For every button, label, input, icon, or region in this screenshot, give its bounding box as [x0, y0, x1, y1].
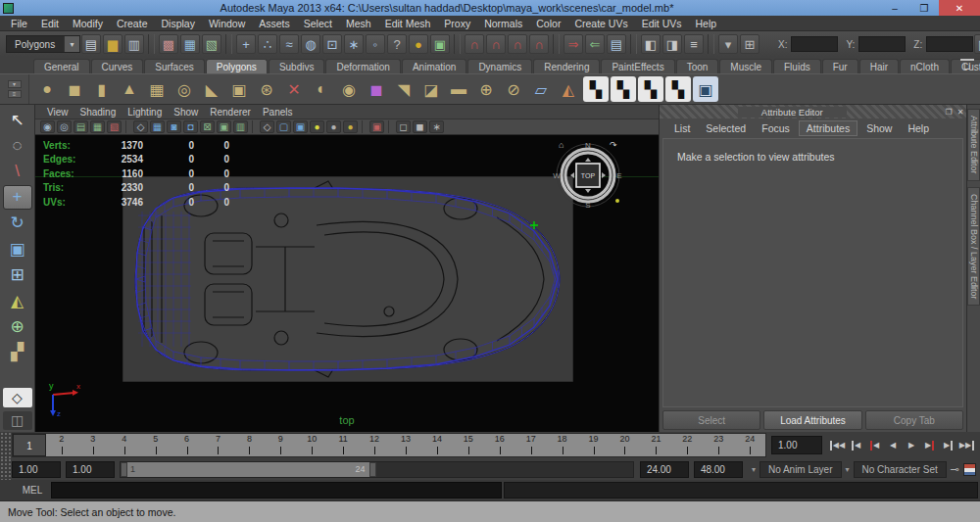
- panel-menu-view[interactable]: View: [41, 107, 74, 118]
- snap-to-curves-icon[interactable]: ∩: [486, 34, 506, 54]
- combine-icon[interactable]: ✕: [281, 76, 307, 102]
- frame-16[interactable]: 16: [484, 434, 515, 456]
- checker-sphere-icon[interactable]: ▚: [638, 76, 663, 102]
- select-misc-mask-icon[interactable]: ?: [387, 34, 407, 54]
- highlight-selection-icon[interactable]: ▣: [430, 34, 450, 54]
- poly-plane-icon[interactable]: ▦: [144, 76, 170, 102]
- shelf-tab-animation[interactable]: Animation: [402, 59, 466, 73]
- wireframe-mode-icon[interactable]: ◇: [133, 120, 148, 133]
- play-forwards-button[interactable]: ▶: [903, 436, 920, 455]
- ambient-occlusion-icon[interactable]: ●: [326, 120, 341, 133]
- chevron-down-icon[interactable]: ▾: [752, 465, 756, 474]
- paint-select-tool[interactable]: \: [3, 160, 32, 183]
- extrude-icon[interactable]: ◥: [391, 76, 416, 102]
- shelf-tab-curves[interactable]: Curves: [91, 59, 144, 73]
- xray-icon[interactable]: ◻: [396, 120, 411, 133]
- shaded-mode-icon[interactable]: ▦: [150, 120, 165, 133]
- resolution-gate-icon[interactable]: ⊠: [200, 120, 215, 133]
- poly-torus-icon[interactable]: ◎: [172, 76, 197, 102]
- frame-4[interactable]: 4: [109, 434, 140, 456]
- save-scene-icon[interactable]: ▥: [124, 34, 144, 54]
- play-backwards-button[interactable]: ◀: [884, 436, 902, 455]
- attr-menu-list[interactable]: List: [667, 121, 697, 135]
- go-to-playback-end-button[interactable]: ▶▶: [958, 436, 976, 455]
- uv-editor-icon[interactable]: ▣: [693, 76, 718, 102]
- symmetry-dropdown-icon[interactable]: ▾: [718, 34, 738, 54]
- viewport-top-view[interactable]: Verts:137000Edges:253400Faces:116000Tris…: [35, 135, 659, 432]
- anim-start-field[interactable]: 1.00: [66, 461, 115, 478]
- shaded-display-icon[interactable]: ▢: [276, 120, 291, 133]
- input-to-selected-icon[interactable]: ⇒: [564, 34, 583, 54]
- shelf-tab-fluids[interactable]: Fluids: [773, 59, 821, 73]
- subdiv-proxy-icon[interactable]: ◼: [364, 76, 389, 102]
- range-end-handle[interactable]: [369, 462, 376, 477]
- field-chart-icon[interactable]: ▥: [233, 120, 248, 133]
- select-tool[interactable]: ↖: [3, 108, 32, 131]
- frame-17[interactable]: 17: [515, 434, 547, 456]
- shelf-tab-fur[interactable]: Fur: [822, 59, 858, 73]
- frame-20[interactable]: 20: [610, 434, 641, 456]
- trash-icon[interactable]: ⊔: [960, 59, 974, 71]
- menu-select[interactable]: Select: [297, 18, 339, 29]
- menu-modify[interactable]: Modify: [66, 18, 110, 29]
- menu-assets[interactable]: Assets: [252, 18, 297, 29]
- textured-mode-icon[interactable]: ◙: [167, 120, 181, 133]
- persp-outliner-layout-button[interactable]: ◫: [3, 411, 32, 430]
- go-to-playback-start-button[interactable]: ◀◀: [828, 436, 846, 455]
- booleans-icon[interactable]: ◐: [309, 76, 334, 102]
- frame-3[interactable]: 3: [77, 434, 109, 456]
- frame-ruler[interactable]: 123456789101112131415161718192021222324: [12, 433, 766, 457]
- xyz-mode-icon[interactable]: ⊞: [740, 34, 760, 54]
- checker-map-icon[interactable]: ▚: [583, 76, 609, 102]
- close-button[interactable]: ✕: [939, 0, 980, 16]
- z-field[interactable]: [926, 36, 973, 52]
- animation-preferences-icon[interactable]: [963, 463, 976, 476]
- playback-start-field[interactable]: 1.00: [12, 461, 61, 478]
- poly-pipe-icon[interactable]: ▣: [226, 76, 252, 102]
- poly-cone-icon[interactable]: ▲: [117, 76, 142, 102]
- select-by-hierarchy-icon[interactable]: ▩: [159, 34, 178, 54]
- frame-12[interactable]: 12: [359, 434, 390, 456]
- select-points-mask-icon[interactable]: ∴: [258, 34, 277, 54]
- close-panel-icon[interactable]: ✕: [955, 108, 966, 117]
- menu-create-uvs[interactable]: Create UVs: [567, 18, 634, 29]
- shelf-tab-rendering[interactable]: Rendering: [533, 59, 600, 73]
- textured-display-icon[interactable]: ▣: [293, 120, 308, 133]
- select-dynamics-mask-icon[interactable]: ∗: [344, 34, 364, 54]
- output-of-selected-icon[interactable]: ⇐: [585, 34, 605, 54]
- menu-edit-uvs[interactable]: Edit UVs: [635, 18, 689, 29]
- sculpt-geometry-icon[interactable]: ◭: [556, 76, 581, 102]
- chevron-down-icon[interactable]: ▾: [846, 465, 850, 474]
- snap-to-planes-icon[interactable]: ∩: [529, 34, 549, 54]
- attr-menu-show[interactable]: Show: [859, 121, 899, 135]
- menu-window[interactable]: Window: [202, 18, 252, 29]
- poly-platonic-icon[interactable]: ⊛: [254, 76, 279, 102]
- float-panel-icon[interactable]: ❐: [943, 108, 955, 117]
- render-current-frame-icon[interactable]: ◧: [641, 34, 661, 54]
- last-tool-used[interactable]: ▞: [3, 341, 32, 364]
- select-by-object-icon[interactable]: ▦: [180, 34, 200, 54]
- frame-13[interactable]: 13: [390, 434, 421, 456]
- single-pane-layout-button[interactable]: ◇: [3, 388, 32, 406]
- lasso-tool[interactable]: ◌: [3, 133, 32, 157]
- menu-display[interactable]: Display: [154, 18, 201, 29]
- attr-menu-help[interactable]: Help: [901, 121, 936, 135]
- range-slider-track[interactable]: 1 24: [120, 461, 634, 478]
- anim-layer-dropdown[interactable]: No Anim Layer: [760, 461, 842, 478]
- panel-menu-renderer[interactable]: Renderer: [204, 107, 257, 118]
- shelf-tab-subdivs[interactable]: Subdivs: [269, 59, 325, 73]
- show-attribute-editor-icon[interactable]: ▥: [974, 34, 980, 54]
- frame-11[interactable]: 11: [327, 434, 359, 456]
- panel-menu-lighting[interactable]: Lighting: [122, 107, 168, 118]
- snap-to-grids-icon[interactable]: ∩: [465, 34, 484, 54]
- menu-color[interactable]: Color: [529, 18, 567, 29]
- shelf-tab-ncloth[interactable]: nCloth: [900, 59, 950, 73]
- shelf-tab-general[interactable]: General: [33, 59, 90, 73]
- lock-camera-icon[interactable]: ◎: [57, 120, 72, 133]
- select-all-mask-icon[interactable]: +: [236, 34, 256, 54]
- scale-tool[interactable]: ▣: [3, 237, 32, 261]
- panel-menu-panels[interactable]: Panels: [257, 107, 299, 118]
- chevron-down-icon[interactable]: ▾: [64, 36, 79, 52]
- minimize-button[interactable]: –: [880, 0, 909, 16]
- merge-vertices-icon[interactable]: ⊕: [473, 76, 499, 102]
